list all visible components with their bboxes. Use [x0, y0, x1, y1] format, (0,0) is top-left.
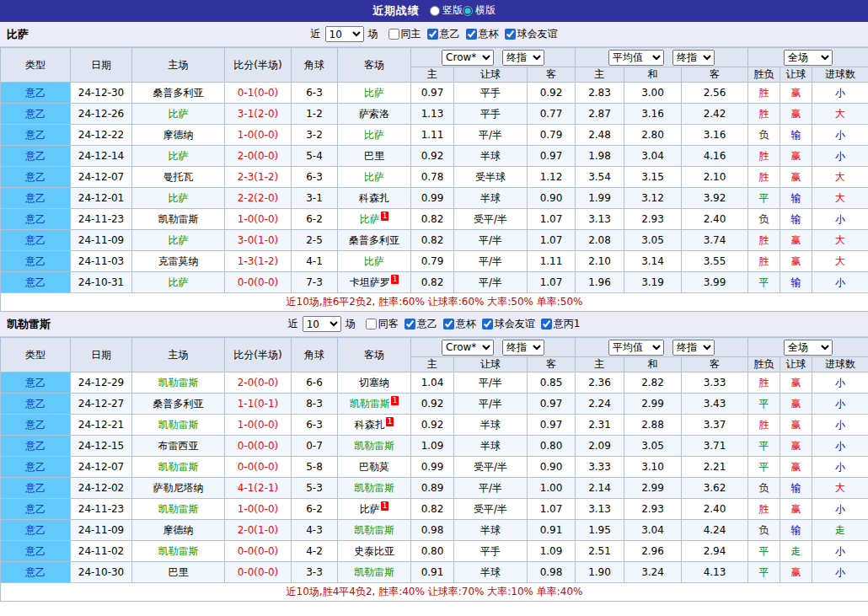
- team-name[interactable]: 卡坦萨罗: [350, 276, 390, 288]
- team-name[interactable]: 比萨: [360, 503, 380, 515]
- team-name[interactable]: 克雷莫纳: [158, 255, 199, 267]
- cell-score: 2-3(1-2): [225, 167, 292, 188]
- filter-label: 球会友谊: [495, 317, 535, 331]
- final-index-select[interactable]: 终指: [502, 340, 544, 356]
- team-name[interactable]: 科森扎: [359, 192, 389, 204]
- filter-checkbox[interactable]: [366, 319, 377, 329]
- col-header-corner: 角球: [292, 338, 338, 372]
- team-name[interactable]: 萨索洛: [359, 108, 389, 120]
- team-name[interactable]: 切塞纳: [359, 377, 389, 388]
- filter-checkbox[interactable]: [388, 29, 399, 40]
- cell-corner: 1-2: [292, 104, 338, 125]
- team-name[interactable]: 比萨: [364, 129, 384, 141]
- cell-date: 24-11-03: [71, 251, 132, 272]
- cell-avg-draw: 2.93: [624, 209, 682, 230]
- red-card-badge: 1: [391, 275, 399, 284]
- filter-option[interactable]: 意杯: [466, 27, 499, 41]
- team-name[interactable]: 凯勒雷斯: [350, 398, 390, 410]
- team-name[interactable]: 比萨: [169, 234, 189, 246]
- cell-league: 意乙: [1, 520, 71, 541]
- results-table: 类型 日期 主场 比分(半场) 角球 客场 Crow* 终指 平均值 终指: [0, 337, 868, 602]
- final-index-select[interactable]: 终指: [502, 50, 544, 66]
- team-name[interactable]: 比萨: [364, 87, 384, 99]
- team-name[interactable]: 萨勒尼塔纳: [153, 482, 204, 494]
- final-index-select-2[interactable]: 终指: [672, 340, 715, 356]
- layout-option-vertical[interactable]: 竖版: [430, 3, 463, 18]
- bookmaker-select[interactable]: Crow*: [442, 50, 494, 66]
- team-name[interactable]: 比萨: [360, 213, 380, 225]
- team-name[interactable]: 比萨: [364, 255, 384, 267]
- fulltime-select[interactable]: 全场: [784, 340, 833, 356]
- subcol-odds-home: 主: [411, 357, 454, 372]
- team-name[interactable]: 凯勒雷斯: [158, 419, 199, 431]
- team-name[interactable]: 凯勒雷斯: [354, 482, 394, 494]
- filter-option[interactable]: 意乙: [405, 317, 437, 331]
- filter-checkbox[interactable]: [541, 319, 552, 329]
- cell-odds-home: 0.92: [411, 146, 454, 167]
- filter-option[interactable]: 意杯: [443, 317, 476, 331]
- team-name[interactable]: 凯勒雷斯: [158, 503, 199, 515]
- team-name[interactable]: 凯勒雷斯: [158, 377, 199, 388]
- filter-checkbox[interactable]: [427, 29, 438, 40]
- cell-handicap-result: 走: [780, 541, 812, 562]
- cell-avg-home: 2.31: [576, 415, 624, 436]
- filter-checkbox[interactable]: [505, 29, 516, 40]
- filter-option[interactable]: 意乙: [427, 27, 460, 41]
- filter-checkbox[interactable]: [443, 319, 454, 329]
- filter-option[interactable]: 球会友谊: [505, 27, 558, 41]
- filter-checkbox[interactable]: [405, 319, 415, 329]
- team-name[interactable]: 比萨: [364, 171, 384, 183]
- cell-avg-away: 2.21: [682, 457, 748, 478]
- team-name[interactable]: 布雷西亚: [158, 440, 199, 452]
- filter-checkbox[interactable]: [482, 319, 493, 329]
- filter-option[interactable]: 同客: [366, 317, 399, 331]
- team-name[interactable]: 史泰比亚: [354, 545, 394, 557]
- team-name[interactable]: 摩德纳: [163, 129, 194, 141]
- cell-result: 胜: [748, 251, 780, 272]
- average-select[interactable]: 平均值: [608, 340, 664, 356]
- team-name[interactable]: 凯勒雷斯: [354, 524, 394, 536]
- team-name[interactable]: 比萨: [169, 276, 189, 288]
- cell-score: 2-0(0-0): [225, 146, 292, 167]
- team-name[interactable]: 比萨: [169, 150, 189, 162]
- team-name[interactable]: 科森扎: [355, 419, 385, 431]
- team-name[interactable]: 凯勒雷斯: [158, 461, 199, 473]
- filter-option[interactable]: 意丙1: [541, 317, 581, 331]
- team-name[interactable]: 比萨: [169, 108, 189, 120]
- bookmaker-select[interactable]: Crow*: [442, 340, 494, 356]
- match-count-select[interactable]: 10: [325, 26, 364, 42]
- average-select[interactable]: 平均值: [608, 50, 664, 66]
- cell-score: 0-0(0-0): [225, 541, 292, 562]
- filter-option[interactable]: 同主: [388, 27, 421, 41]
- team-name[interactable]: 桑普多利亚: [153, 398, 204, 410]
- team-name[interactable]: 摩德纳: [163, 524, 194, 536]
- subcol-goals: 进球数: [812, 67, 868, 83]
- team-name[interactable]: 凯勒雷斯: [354, 566, 394, 578]
- cell-avg-draw: 3.04: [624, 146, 682, 167]
- team-name[interactable]: 桑普多利亚: [153, 87, 204, 99]
- cell-avg-away: 2.10: [682, 167, 748, 188]
- team-name[interactable]: 巴勒莫: [359, 461, 389, 473]
- team-name[interactable]: 巴里: [169, 566, 189, 578]
- subcol-avg-home: 主: [576, 67, 624, 83]
- cell-avg-home: 1.95: [576, 520, 624, 541]
- team-name[interactable]: 曼托瓦: [163, 171, 194, 183]
- filter-checkbox[interactable]: [466, 29, 477, 40]
- team-name[interactable]: 桑普多利亚: [349, 234, 399, 246]
- filter-label: 意乙: [417, 317, 437, 331]
- team-name[interactable]: 凯勒雷斯: [354, 440, 394, 452]
- cell-away-team: 切塞纳: [338, 372, 411, 394]
- layout-option-horizontal[interactable]: 横版: [463, 3, 496, 18]
- team-name[interactable]: 比萨: [169, 192, 189, 204]
- team-name[interactable]: 巴里: [364, 150, 384, 162]
- team-name[interactable]: 凯勒雷斯: [158, 213, 199, 225]
- fulltime-select[interactable]: 全场: [784, 50, 833, 66]
- layout-radio[interactable]: [430, 6, 440, 16]
- match-count-select[interactable]: 10: [303, 316, 341, 332]
- final-index-select-2[interactable]: 终指: [672, 50, 715, 66]
- layout-radio[interactable]: [463, 6, 473, 16]
- team-name[interactable]: 凯勒雷斯: [158, 545, 199, 557]
- cell-score: 0-0(0-0): [225, 436, 292, 457]
- subcol-handicap: 让球: [454, 67, 528, 83]
- filter-option[interactable]: 球会友谊: [482, 317, 535, 331]
